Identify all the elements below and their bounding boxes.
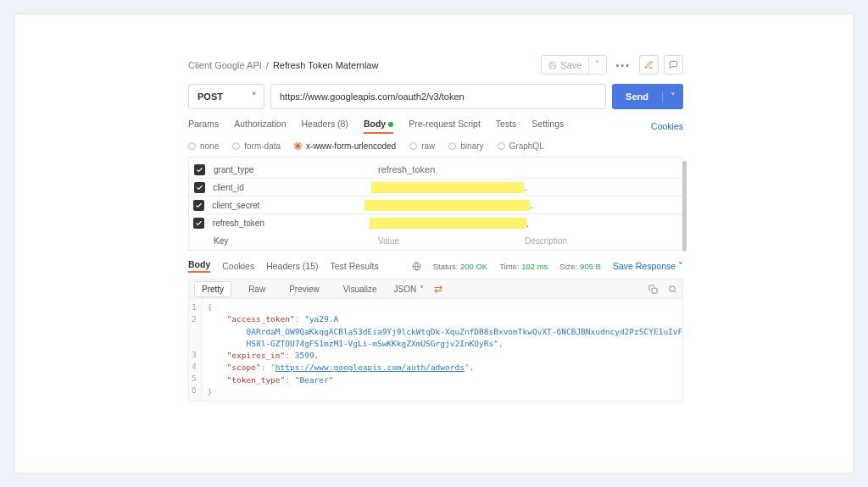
radio-graphql[interactable]: GraphQL xyxy=(498,141,544,151)
breadcrumb[interactable]: Client Google API / Refresh Token Matern… xyxy=(188,60,378,70)
view-pretty[interactable]: Pretty xyxy=(194,281,231,297)
save-dropdown[interactable]: ˅ xyxy=(589,56,606,74)
kv-value[interactable]: refresh_token xyxy=(375,164,521,174)
kv-value[interactable]: . xyxy=(361,200,532,211)
time-label: Time: 192 ms xyxy=(499,262,548,271)
request-header: Client Google API / Refresh Token Matern… xyxy=(188,55,683,75)
checkbox[interactable] xyxy=(194,182,205,193)
tab-tests[interactable]: Tests xyxy=(496,119,517,134)
radio-urlencoded[interactable]: x-www-form-urlencoded xyxy=(294,141,396,151)
breadcrumb-collection[interactable]: Client Google API xyxy=(188,60,262,70)
kv-value[interactable]: . xyxy=(368,182,526,193)
breadcrumb-request[interactable]: Refresh Token Maternlaw xyxy=(273,60,379,70)
http-method-select[interactable]: POST˅ xyxy=(188,84,264,109)
save-response-button[interactable]: Save Response ˅ xyxy=(613,261,683,271)
tab-headers[interactable]: Headers (8) xyxy=(301,119,348,134)
tab-body[interactable]: Body xyxy=(364,119,393,134)
view-visualize[interactable]: Visualize xyxy=(337,282,384,296)
checkbox[interactable] xyxy=(193,218,204,229)
save-button[interactable]: Save ˅ xyxy=(541,55,607,75)
kv-key[interactable]: refresh_token xyxy=(209,219,366,228)
save-icon xyxy=(548,61,557,69)
globe-icon[interactable] xyxy=(412,262,421,271)
body-kv-table: grant_typerefresh_tokenclient_id.client_… xyxy=(188,161,683,251)
kv-key[interactable]: grant_type xyxy=(210,165,375,174)
kv-value[interactable]: . xyxy=(366,218,529,229)
body-type-radios: none form-data x-www-form-urlencoded raw… xyxy=(188,141,683,158)
svg-rect-1 xyxy=(652,288,657,293)
table-row[interactable]: client_id. xyxy=(189,179,682,196)
radio-none[interactable]: none xyxy=(188,141,219,151)
resp-tab-headers[interactable]: Headers (15) xyxy=(266,261,318,271)
unsaved-dot-icon xyxy=(388,122,393,127)
checkbox[interactable] xyxy=(194,164,205,175)
tab-prerequest[interactable]: Pre-request Script xyxy=(409,119,481,134)
resp-tab-cookies[interactable]: Cookies xyxy=(222,261,254,271)
tab-params[interactable]: Params xyxy=(188,119,219,134)
search-icon[interactable] xyxy=(668,285,677,294)
send-dropdown[interactable]: ˅ xyxy=(662,91,683,102)
view-raw[interactable]: Raw xyxy=(242,282,272,296)
format-select[interactable]: JSON ˅ xyxy=(394,285,425,294)
kv-desc-placeholder[interactable]: Description xyxy=(521,236,682,246)
scrollbar[interactable] xyxy=(682,161,687,252)
kv-key-placeholder[interactable]: Key xyxy=(210,236,375,246)
more-button[interactable]: ••• xyxy=(612,60,634,70)
table-row[interactable]: client_secret. xyxy=(189,196,682,214)
resp-tab-body[interactable]: Body xyxy=(188,259,210,273)
table-row[interactable]: grant_typerefresh_token xyxy=(189,161,682,179)
status-label: Status: 200 OK xyxy=(433,262,487,271)
kv-key[interactable]: client_id xyxy=(209,183,368,192)
wrap-lines-icon[interactable]: ⇄ xyxy=(434,283,442,295)
view-preview[interactable]: Preview xyxy=(282,282,326,296)
edit-icon[interactable] xyxy=(639,55,659,75)
tab-settings[interactable]: Settings xyxy=(531,119,564,134)
resp-tab-tests[interactable]: Test Results xyxy=(330,261,378,271)
chevron-down-icon: ˅ xyxy=(245,91,264,102)
response-tabs: Body Cookies Headers (15) Test Results S… xyxy=(188,259,683,273)
radio-form-data[interactable]: form-data xyxy=(232,141,281,151)
kv-key[interactable]: client_secret xyxy=(209,201,361,210)
url-input[interactable]: https://www.googleapis.com/oauth2/v3/tok… xyxy=(270,84,606,109)
size-label: Size: 905 B xyxy=(559,262,601,271)
send-button[interactable]: Send˅ xyxy=(612,84,683,109)
kv-value-placeholder[interactable]: Value xyxy=(375,236,521,246)
request-tabs: Params Authorization Headers (8) Body Pr… xyxy=(188,119,683,134)
radio-raw[interactable]: raw xyxy=(409,141,435,151)
checkbox[interactable] xyxy=(193,200,204,211)
tab-authorization[interactable]: Authorization xyxy=(234,119,286,134)
svg-point-2 xyxy=(670,285,675,291)
table-row[interactable]: refresh_token. xyxy=(189,214,682,232)
cookies-link[interactable]: Cookies xyxy=(651,121,683,131)
response-toolbar: Pretty Raw Preview Visualize JSON ˅ ⇄ xyxy=(188,279,683,299)
response-body[interactable]: 123456 { "access_token": "ya29.A 0ARrdaM… xyxy=(188,299,683,401)
comment-icon[interactable] xyxy=(664,55,683,75)
radio-binary[interactable]: binary xyxy=(448,141,483,151)
copy-icon[interactable] xyxy=(648,285,658,294)
